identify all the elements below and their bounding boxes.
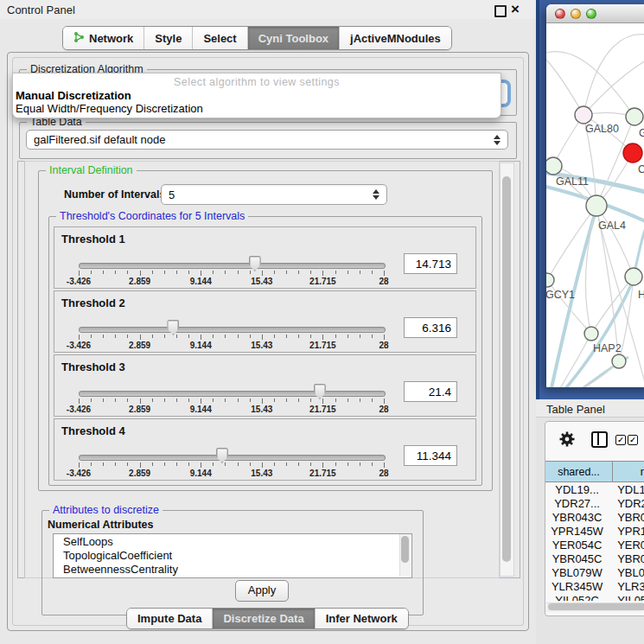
threshold-slider-handle[interactable] xyxy=(167,320,179,335)
table-row[interactable]: YBR043CYBR04... xyxy=(545,511,644,525)
threshold-slider-track[interactable] xyxy=(79,263,386,269)
axis-tick xyxy=(115,399,116,402)
apply-button[interactable]: Apply xyxy=(235,580,289,602)
threshold-slider-handle[interactable] xyxy=(249,256,261,271)
threshold-value-field[interactable]: 14.713 xyxy=(404,253,457,274)
window-close-icon[interactable] xyxy=(555,9,565,19)
axis-tick xyxy=(127,335,128,338)
tab-infer-network[interactable]: Infer Network xyxy=(315,609,408,628)
table-row[interactable]: YDL19...YDL19... xyxy=(545,483,644,497)
axis-tick xyxy=(79,462,80,468)
table-row[interactable]: YLR345WYLR34... xyxy=(545,580,644,594)
tab-style[interactable]: Style xyxy=(143,27,192,49)
threshold-value-field[interactable]: 6.316 xyxy=(404,317,457,338)
axis-tick xyxy=(79,271,80,276)
threshold-value-field[interactable]: 21.4 xyxy=(404,381,457,402)
tab-cyni-toolbox[interactable]: Cyni Toolbox xyxy=(247,27,339,49)
dropdown-option-manual[interactable]: Manual Discretization xyxy=(15,89,500,102)
axis-tick xyxy=(91,462,92,466)
axis-tick xyxy=(201,271,201,276)
table-row[interactable]: YDR27...YDR27... xyxy=(545,497,644,511)
threshold-slider-track[interactable] xyxy=(79,327,386,333)
table-horizontal-scrollbar-thumb[interactable] xyxy=(548,603,644,610)
axis-tick xyxy=(274,335,275,338)
close-icon[interactable]: × xyxy=(511,1,520,18)
axis-tick xyxy=(335,399,336,402)
number-of-intervals-spinner[interactable]: 5 xyxy=(161,184,387,205)
axis-tick xyxy=(238,335,239,338)
axis-tick xyxy=(79,335,80,340)
window-zoom-icon[interactable] xyxy=(586,9,596,19)
network-node[interactable] xyxy=(612,354,626,368)
axis-tick-label: 28 xyxy=(379,405,388,414)
tab-select[interactable]: Select xyxy=(192,27,246,49)
table-row[interactable]: YER054CYER05... xyxy=(545,539,644,552)
window-minimize-icon[interactable] xyxy=(571,9,581,19)
checkbox-icon[interactable]: ✓ xyxy=(628,435,638,445)
axis-tick xyxy=(225,271,226,274)
network-node-hap2[interactable] xyxy=(584,327,598,341)
dropdown-option-equal-width[interactable]: Equal Width/Frequency Discretization xyxy=(15,102,500,115)
network-node-gal11[interactable] xyxy=(546,157,562,175)
table-cell: YDR27... xyxy=(545,497,609,511)
table-cell: YPR14... xyxy=(609,525,644,539)
list-item[interactable]: SelfLoops xyxy=(54,534,411,548)
column-header[interactable]: n... xyxy=(613,461,644,482)
table-row[interactable]: YIL052CYIL05... xyxy=(545,594,644,601)
table-row[interactable]: YBL079WYBL07... xyxy=(545,566,644,580)
axis-tick xyxy=(262,271,263,276)
table-cell: YIL05... xyxy=(609,594,644,601)
column-header[interactable]: shared... xyxy=(545,461,613,482)
axis-tick xyxy=(322,335,323,340)
axis-tick xyxy=(140,399,141,404)
network-node-gal4[interactable] xyxy=(586,195,607,216)
threshold-slider-track[interactable] xyxy=(79,391,386,397)
network-node-ga[interactable] xyxy=(626,108,643,125)
tab-impute-data[interactable]: Impute Data xyxy=(127,609,212,628)
axis-tick xyxy=(127,399,128,402)
tab-discretize-data[interactable]: Discretize Data xyxy=(212,609,314,628)
table-row[interactable]: YBR045CYBR04... xyxy=(545,552,644,566)
network-edge xyxy=(596,206,634,277)
tab-label: jActiveMNodules xyxy=(350,32,441,45)
axis-tick xyxy=(188,462,189,466)
network-node-gal80[interactable] xyxy=(575,106,592,124)
spinner-stepper-icon[interactable] xyxy=(373,189,379,200)
float-panel-icon[interactable] xyxy=(494,5,507,17)
network-node-c[interactable] xyxy=(623,143,642,163)
tab-network[interactable]: Network xyxy=(63,27,143,49)
attributes-scrollbar-thumb[interactable] xyxy=(401,536,409,563)
axis-tick xyxy=(360,335,360,338)
tab-jactivemnodules[interactable]: jActiveMNodules xyxy=(339,27,451,49)
gear-icon[interactable] xyxy=(558,430,576,448)
threshold-slider-handle[interactable] xyxy=(216,448,228,463)
network-node-gcy1[interactable] xyxy=(546,273,554,287)
combo-stepper-icon[interactable] xyxy=(494,135,501,145)
control-panel-titlebar xyxy=(0,0,536,19)
list-item[interactable]: BetweennessCentrality xyxy=(54,562,411,576)
settings-scrollbar-thumb[interactable] xyxy=(502,176,511,562)
network-node-h[interactable] xyxy=(625,268,642,285)
axis-tick xyxy=(262,462,263,468)
table-data-select[interactable]: galFiltered.sif default node xyxy=(26,130,508,150)
table-rows: YDL19...YDL19...YDR27...YDR27...YBR043CY… xyxy=(545,483,644,601)
split-columns-icon[interactable] xyxy=(591,431,608,448)
axis-tick xyxy=(322,462,323,468)
threshold-slider-track[interactable] xyxy=(79,455,386,461)
table-row[interactable]: YPR145WYPR14... xyxy=(545,525,644,539)
axis-tick xyxy=(164,271,165,274)
axis-tick xyxy=(250,335,251,338)
axis-tick xyxy=(310,335,311,338)
table-cell: YER05... xyxy=(609,539,644,552)
axis-tick-label: 9.144 xyxy=(190,341,212,350)
list-item[interactable]: TopologicalCoefficient xyxy=(54,548,411,562)
threshold-value-field[interactable]: 11.344 xyxy=(404,445,457,466)
threshold-slider-handle[interactable] xyxy=(314,384,326,399)
axis-tick xyxy=(286,271,287,274)
axis-tick xyxy=(384,271,385,276)
tab-label: Impute Data xyxy=(137,612,201,625)
axis-tick xyxy=(127,271,128,274)
axis-tick xyxy=(335,462,336,466)
checkbox-icon[interactable]: ✓ xyxy=(615,435,626,445)
network-canvas[interactable]: GAL80GACGAL11GAL4GCY1HHAP2 xyxy=(546,23,644,387)
